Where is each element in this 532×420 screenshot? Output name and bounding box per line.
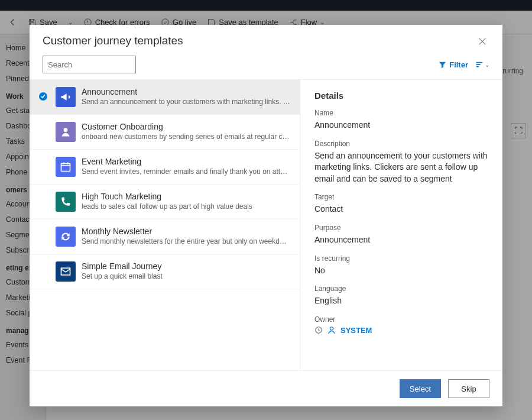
detail-target-label: Target: [314, 193, 488, 201]
template-desc: Send monthly newsletters for the entire …: [82, 237, 290, 245]
modal-title: Customer journey templates: [43, 34, 183, 47]
template-icon: [56, 227, 76, 247]
template-title: Monthly Newsletter: [82, 227, 290, 236]
clock-icon: [314, 326, 323, 334]
close-icon: [478, 37, 486, 46]
person-icon: [327, 326, 336, 334]
template-item[interactable]: Monthly NewsletterSend monthly newslette…: [30, 219, 300, 254]
template-desc: leads to sales call follow up as part of…: [82, 202, 290, 211]
detail-recurring-value: No: [314, 265, 488, 277]
template-icon: [56, 87, 76, 107]
svg-point-4: [64, 128, 68, 132]
template-icon: [56, 192, 76, 212]
sort-icon: [475, 60, 484, 69]
template-item[interactable]: Event MarketingSend event invites, remin…: [30, 150, 300, 185]
detail-owner-label: Owner: [314, 315, 488, 324]
details-heading: Details: [314, 91, 488, 101]
sort-chevron-icon: ⌄: [485, 62, 489, 68]
detail-lang-label: Language: [314, 285, 488, 293]
template-desc: onboard new customers by sending series …: [82, 133, 290, 141]
close-button[interactable]: [475, 34, 489, 49]
template-item[interactable]: Simple Email JourneySet up a quick email…: [30, 254, 300, 289]
template-desc: Send an announcement to your customers w…: [82, 98, 290, 106]
details-pane: Details Name Announcement Description Se…: [300, 80, 502, 370]
detail-recurring-label: Is recurring: [314, 254, 488, 263]
detail-owner-value[interactable]: SYSTEM: [340, 326, 372, 335]
template-title: Simple Email Journey: [82, 261, 290, 271]
template-title: Event Marketing: [82, 157, 290, 166]
detail-name-label: Name: [314, 109, 488, 117]
detail-target-value: Contact: [314, 203, 488, 215]
svg-point-8: [330, 327, 333, 330]
template-desc: Set up a quick email blast: [82, 272, 290, 280]
template-title: Customer Onboarding: [82, 122, 290, 131]
templates-modal: Customer journey templates Filter ⌄: [30, 25, 502, 406]
filter-label: Filter: [449, 60, 468, 69]
template-desc: Send event invites, reminder emails and …: [82, 167, 290, 176]
template-list: AnnouncementSend an announcement to your…: [30, 80, 300, 370]
template-title: Announcement: [82, 87, 290, 96]
detail-purpose-label: Purpose: [314, 224, 488, 232]
filter-button[interactable]: Filter: [439, 60, 468, 69]
template-check: [37, 227, 50, 231]
detail-name-value: Announcement: [314, 119, 488, 131]
svg-rect-5: [61, 163, 70, 171]
template-item[interactable]: High Touch Marketingleads to sales call …: [30, 185, 300, 219]
filter-icon: [439, 61, 446, 69]
template-check: [37, 192, 50, 196]
skip-button[interactable]: Skip: [448, 379, 489, 398]
template-item[interactable]: Customer Onboardingonboard new customers…: [30, 115, 300, 150]
template-item[interactable]: AnnouncementSend an announcement to your…: [30, 80, 300, 115]
detail-purpose-value: Announcement: [314, 234, 488, 246]
template-icon: [56, 261, 76, 282]
template-check: [37, 87, 50, 101]
search-input-wrapper[interactable]: [43, 56, 136, 73]
sort-button[interactable]: ⌄: [475, 60, 489, 69]
modal-overlay: Customer journey templates Filter ⌄: [0, 0, 532, 420]
template-icon: [56, 157, 76, 177]
template-check: [37, 122, 50, 127]
detail-lang-value: English: [314, 295, 488, 307]
detail-desc-label: Description: [314, 140, 488, 148]
template-icon: [56, 122, 76, 142]
template-title: High Touch Marketing: [82, 192, 290, 201]
select-button[interactable]: Select: [400, 379, 441, 398]
template-check: [37, 261, 50, 266]
detail-desc-value: Send an announcement to your customers w…: [314, 150, 488, 185]
template-check: [37, 157, 50, 161]
search-input[interactable]: [48, 60, 147, 69]
